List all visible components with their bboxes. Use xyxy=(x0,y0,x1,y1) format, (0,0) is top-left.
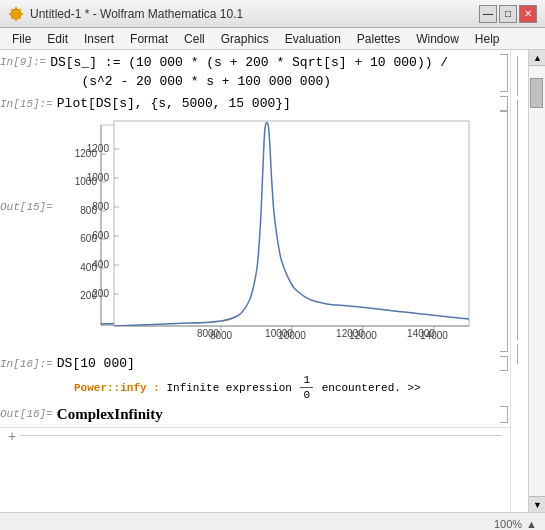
svg-line-6 xyxy=(19,17,21,19)
cell-label-in15: In[15]:= xyxy=(0,96,57,110)
menu-insert[interactable]: Insert xyxy=(76,30,122,48)
svg-text:600: 600 xyxy=(92,230,109,241)
bracket-out15-right xyxy=(517,120,525,340)
title-bar: Untitled-1 * - Wolfram Mathematica 10.1 … xyxy=(0,0,545,28)
scroll-down-button[interactable]: ▼ xyxy=(529,496,545,512)
cell-label-in16: In[16]:= xyxy=(0,356,57,370)
add-cell-line xyxy=(20,435,502,436)
cell-out16: Out[16]= ComplexInfinity xyxy=(0,406,510,423)
svg-text:10000: 10000 xyxy=(278,330,306,341)
menu-evaluation[interactable]: Evaluation xyxy=(277,30,349,48)
notebook: In[9]:= DS[s_] := (10 000 * (s + 200 * S… xyxy=(0,50,510,512)
svg-text:400: 400 xyxy=(92,259,109,270)
bracket-in9-right xyxy=(517,56,525,96)
minimize-button[interactable]: — xyxy=(479,5,497,23)
svg-text:14000: 14000 xyxy=(420,330,448,341)
cell-in15: In[15]:= Plot[DS[s], {s, 5000, 15 000}] xyxy=(0,96,510,111)
fraction-denominator: 0 xyxy=(300,388,313,402)
maximize-button[interactable]: □ xyxy=(499,5,517,23)
menu-palettes[interactable]: Palettes xyxy=(349,30,408,48)
cell-bracket-in9 xyxy=(500,54,508,92)
warning-suffix: encountered. >> xyxy=(322,381,421,393)
cell-label-out15: Out[15]= xyxy=(0,111,57,213)
cell-bracket-out15 xyxy=(500,111,508,352)
cell-bracket-out16 xyxy=(500,406,508,423)
output-value: ComplexInfinity xyxy=(57,406,163,422)
svg-rect-32 xyxy=(114,121,469,326)
scroll-track xyxy=(529,66,545,496)
cell-content-in9[interactable]: DS[s_] := (10 000 * (s + 200 * Sqrt[s] +… xyxy=(50,54,500,92)
menu-help[interactable]: Help xyxy=(467,30,508,48)
svg-text:1200: 1200 xyxy=(87,143,110,154)
menu-cell[interactable]: Cell xyxy=(176,30,213,48)
scrollbar[interactable]: ▲ ▼ xyxy=(528,50,545,512)
fraction-numerator: 1 xyxy=(300,373,313,388)
add-cell-bar[interactable]: + xyxy=(0,427,510,443)
warning-text: Infinite expression xyxy=(166,381,298,393)
fraction-display: 1 0 xyxy=(300,373,313,403)
menu-file[interactable]: File xyxy=(4,30,39,48)
code-ds10000: DS[10 000] xyxy=(57,356,135,371)
code-plot: Plot[DS[s], {s, 5000, 15 000}] xyxy=(57,96,291,111)
cell-label-out16: Out[16]= xyxy=(0,406,57,420)
close-button[interactable]: ✕ xyxy=(519,5,537,23)
cell-warning: Power::infy : Infinite expression 1 0 en… xyxy=(0,373,510,403)
code-line-2: (s^2 - 20 000 * s + 100 000 000) xyxy=(50,73,500,92)
menu-format[interactable]: Format xyxy=(122,30,176,48)
status-bar: 100% ▲ xyxy=(0,512,545,530)
svg-text:800: 800 xyxy=(92,201,109,212)
svg-line-5 xyxy=(11,9,13,11)
zoom-up-button[interactable]: ▲ xyxy=(526,518,537,530)
bracket-in15-right xyxy=(517,100,525,120)
warning-message: Power::infy : Infinite expression 1 0 en… xyxy=(50,373,500,403)
cell-in9: In[9]:= DS[s_] := (10 000 * (s + 200 * S… xyxy=(0,54,510,92)
plot-area[interactable]: 200 400 600 800 1000 1200 xyxy=(57,111,500,352)
cell-label-in9: In[9]:= xyxy=(0,54,50,68)
bracket-in16-right xyxy=(517,344,525,364)
menu-bar: File Edit Insert Format Cell Graphics Ev… xyxy=(0,28,545,50)
cell-content-out16: ComplexInfinity xyxy=(57,406,500,423)
right-bracket-area xyxy=(510,50,528,512)
cell-bracket-in15 xyxy=(500,96,508,111)
svg-text:200: 200 xyxy=(92,288,109,299)
scroll-up-button[interactable]: ▲ xyxy=(529,50,545,66)
menu-window[interactable]: Window xyxy=(408,30,467,48)
menu-edit[interactable]: Edit xyxy=(39,30,76,48)
app-icon xyxy=(8,6,24,22)
svg-text:12000: 12000 xyxy=(349,330,377,341)
svg-text:1000: 1000 xyxy=(87,172,110,183)
code-line-1: DS[s_] := (10 000 * (s + 200 * Sqrt[s] +… xyxy=(50,54,500,73)
svg-line-7 xyxy=(19,9,21,11)
svg-line-8 xyxy=(11,17,13,19)
svg-text:8000: 8000 xyxy=(210,330,233,341)
cell-content-in16[interactable]: DS[10 000] xyxy=(57,356,500,371)
cell-content-in15[interactable]: Plot[DS[s], {s, 5000, 15 000}] xyxy=(57,96,500,111)
warning-label: Power::infy : xyxy=(74,381,160,393)
cell-out15: Out[15]= 200 xyxy=(0,111,510,352)
zoom-level: 100% xyxy=(494,518,522,530)
scroll-thumb[interactable] xyxy=(530,78,543,108)
cell-in16: In[16]:= DS[10 000] xyxy=(0,356,510,371)
mathematica-plot-v2: 200 400 600 800 1000 1200 xyxy=(59,113,489,348)
cell-bracket-in16 xyxy=(500,356,508,371)
menu-graphics[interactable]: Graphics xyxy=(213,30,277,48)
window-title: Untitled-1 * - Wolfram Mathematica 10.1 xyxy=(30,7,243,21)
bracket-spacer xyxy=(511,364,528,512)
add-cell-icon[interactable]: + xyxy=(8,428,16,444)
